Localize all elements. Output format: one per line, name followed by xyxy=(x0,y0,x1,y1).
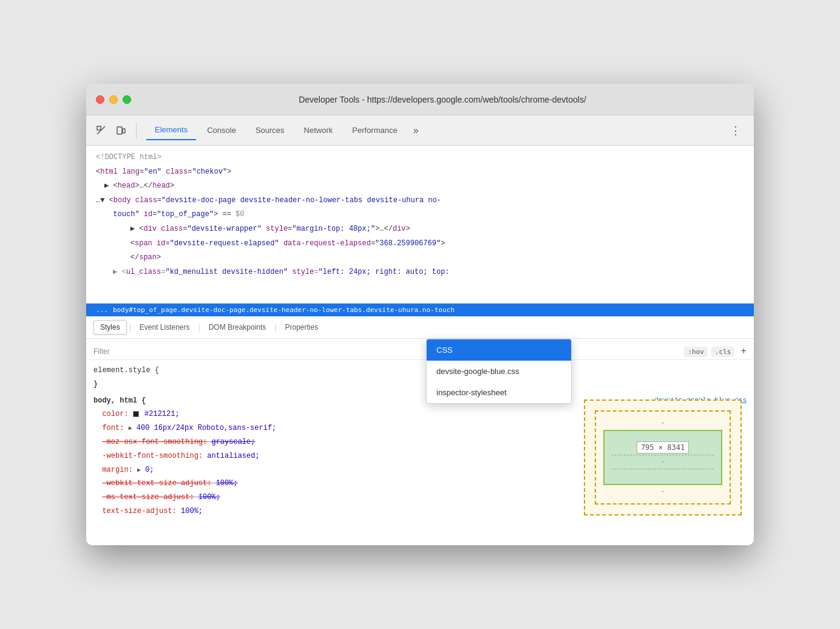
indent: ▶ <head>…</head> xyxy=(104,182,174,190)
dropdown-item-devsite[interactable]: devsite-google-blue.css xyxy=(427,361,571,382)
toolbar-icons xyxy=(93,123,137,138)
font-arrow[interactable]: ▶ xyxy=(129,425,132,432)
lang-value: "en" xyxy=(144,168,161,176)
titlebar: Developer Tools - https://developers.goo… xyxy=(86,84,754,115)
main-content: <!DOCTYPE html> <html lang="en" class="c… xyxy=(86,146,754,545)
dash-line-2 xyxy=(612,469,714,469)
minimize-button[interactable] xyxy=(109,95,118,104)
body-class-value: "devsite-doc-page devsite-header-no-lowe… xyxy=(161,196,441,205)
code-line-span[interactable]: <span id="devsite-request-elapsed" data-… xyxy=(103,237,754,251)
color-swatch[interactable] xyxy=(133,411,139,417)
ul-style-value: "left: 24px; right: auto; top: xyxy=(319,268,450,276)
webkit-size-prop: -webkit-text-size-adjust: 100%; xyxy=(102,479,237,488)
sub-tab-event-listeners[interactable]: Event Listeners xyxy=(134,321,196,334)
code-line-body-start[interactable]: …▼ <body class="devsite-doc-page devsite… xyxy=(86,194,754,208)
class-attr: class xyxy=(166,168,188,176)
tab-console[interactable]: Console xyxy=(198,121,245,140)
code-line-html: <html lang="en" class="chekov"> xyxy=(86,165,754,180)
id-attr: id xyxy=(144,210,152,219)
hov-pill[interactable]: :hov xyxy=(684,347,708,357)
ul-class-attr: class xyxy=(139,268,161,276)
dropdown-item-css[interactable]: CSS xyxy=(427,339,571,361)
more-tabs-button[interactable]: » xyxy=(408,123,424,138)
filter-label: Filter xyxy=(93,347,110,356)
code-line-head[interactable]: ▶ <head>…</head> xyxy=(86,179,754,194)
span-id-attr: id xyxy=(157,239,165,248)
box-outer: - 795 × 8341 - - xyxy=(595,410,731,505)
div-class-attr: class xyxy=(161,225,183,233)
body-selector: body, html { xyxy=(93,394,146,408)
id-value: "top_of_page" xyxy=(157,210,214,219)
filter-pills: :hov .cls + xyxy=(684,346,747,357)
data-attr: data-request-elapsed xyxy=(283,239,371,248)
svg-rect-0 xyxy=(97,126,101,130)
sep3: | xyxy=(274,323,276,332)
span-close-tag: span xyxy=(139,253,157,262)
dropdown-item-inspector[interactable]: inspector-stylesheet xyxy=(427,382,571,403)
ul-class-value: "kd_menulist devsite-hidden" xyxy=(165,268,288,276)
elements-panel: <!DOCTYPE html> <html lang="en" class="c… xyxy=(86,146,754,304)
breadcrumb-bar: ... body#top_of_page.devsite-doc-page.de… xyxy=(86,304,754,316)
element-style-selector: element.style { xyxy=(93,364,747,378)
webkit-smoothing-value: antialiased; xyxy=(207,452,259,460)
div-tag: div xyxy=(143,225,157,233)
tab-network[interactable]: Network xyxy=(296,121,342,140)
sub-tab-dom-breakpoints[interactable]: DOM Breakpoints xyxy=(203,321,273,334)
closing-brace: } xyxy=(93,380,98,389)
tab-performance[interactable]: Performance xyxy=(344,121,405,140)
data-value: "368.259906769" xyxy=(375,239,441,248)
head-tag: head xyxy=(118,182,135,190)
sep2: | xyxy=(198,323,200,332)
code-line-div[interactable]: ▶ <div class="devsite-wrapper" style="ma… xyxy=(103,222,754,237)
device-icon[interactable] xyxy=(113,123,129,138)
kebab-menu-icon[interactable]: ⋮ xyxy=(725,121,747,140)
devtools-window: Developer Tools - https://developers.goo… xyxy=(86,84,754,545)
text-size-prop: text-size-adjust: xyxy=(102,507,176,515)
sub-toolbar: Styles | Event Listeners | DOM Breakpoin… xyxy=(86,316,754,339)
body-class-attr: class xyxy=(135,196,157,205)
html-tag: html xyxy=(100,168,118,176)
code-line-span-close: </span> xyxy=(103,251,754,265)
font-value: 400 16px/24px Roboto,sans-serif; xyxy=(137,424,276,432)
webkit-smoothing-prop: -webkit-font-smoothing: xyxy=(102,452,203,460)
main-toolbar: Elements Console Sources Network Perform… xyxy=(86,115,754,146)
breadcrumb-dots: ... xyxy=(96,306,108,314)
margin-prop: margin: xyxy=(102,466,132,474)
code-line-body-end[interactable]: touch" id="top_of_page"> == $0 xyxy=(95,208,754,222)
text-size-value: 100%; xyxy=(181,507,203,515)
moz-prop: -moz-osx-font-smoothing: grayscale; xyxy=(102,438,255,446)
tab-sources[interactable]: Sources xyxy=(247,121,293,140)
close-button[interactable] xyxy=(96,95,104,104)
dash-line-1 xyxy=(612,455,714,455)
element-style-block: element.style { } xyxy=(86,362,754,393)
selector-text: element.style { xyxy=(93,366,159,375)
breadcrumb-text[interactable]: body#top_of_page.devsite-doc-page.devsit… xyxy=(113,306,455,314)
tab-elements[interactable]: Elements xyxy=(146,120,196,140)
maximize-button[interactable] xyxy=(123,95,131,104)
margin-value: 0; xyxy=(145,466,154,474)
style-value: "margin-top: 48px;" xyxy=(292,225,375,233)
sep1: | xyxy=(129,323,131,332)
cls-pill[interactable]: .cls xyxy=(711,347,735,357)
element-style-closing: } xyxy=(93,378,747,392)
color-value: #212121; xyxy=(144,410,180,418)
class-value: "chekov" xyxy=(192,168,227,176)
ul-tag: ul xyxy=(126,268,135,276)
dash-bottom: - xyxy=(660,488,665,496)
svg-rect-3 xyxy=(123,129,125,133)
add-filter-button[interactable]: + xyxy=(740,346,747,357)
lang-attr: lang xyxy=(122,168,140,176)
window-title: Developer Tools - https://developers.goo… xyxy=(141,95,744,104)
span-tag: span xyxy=(135,239,152,248)
ul-style-attr: style xyxy=(292,268,314,276)
sub-tab-properties[interactable]: Properties xyxy=(279,321,324,334)
style-attr: style xyxy=(266,225,288,233)
inspect-icon[interactable] xyxy=(93,123,109,138)
body-tag: body xyxy=(113,196,131,205)
margin-arrow[interactable]: ▶ xyxy=(137,467,141,474)
sub-tab-styles[interactable]: Styles xyxy=(93,320,127,335)
code-line-ul[interactable]: ▶ <ul_class="kd_menulist devsite-hidden"… xyxy=(103,265,754,280)
svg-rect-2 xyxy=(117,127,122,134)
div-close-tag: div xyxy=(393,225,406,233)
head-close-tag: head xyxy=(152,182,170,190)
